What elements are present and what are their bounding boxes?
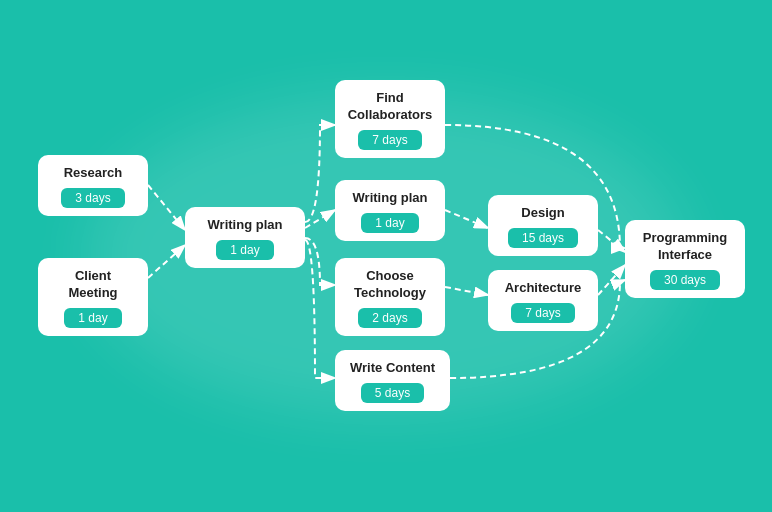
node-prog-int: Programming Interface 30 days [625,220,745,298]
node-writing2-badge: 1 day [361,213,418,233]
node-arch-title: Architecture [500,280,586,297]
node-choose-tech-title: Choose Technology [347,268,433,302]
node-find-collab: Find Collaborators 7 days [335,80,445,158]
node-research-badge: 3 days [61,188,124,208]
node-writing2: Writing plan 1 day [335,180,445,241]
node-write-cont-badge: 5 days [361,383,424,403]
node-design: Design 15 days [488,195,598,256]
node-find-collab-title: Find Collaborators [347,90,433,124]
node-choose-tech-badge: 2 days [358,308,421,328]
node-choose-tech: Choose Technology 2 days [335,258,445,336]
node-write-cont-title: Write Content [347,360,438,377]
node-client-title: Client Meeting [50,268,136,302]
node-design-title: Design [500,205,586,222]
node-prog-int-badge: 30 days [650,270,720,290]
node-writing1: Writing plan 1 day [185,207,305,268]
node-client-badge: 1 day [64,308,121,328]
diagram-container: Research 3 days Client Meeting 1 day Wri… [0,0,772,512]
node-arch-badge: 7 days [511,303,574,323]
node-client: Client Meeting 1 day [38,258,148,336]
node-writing1-badge: 1 day [216,240,273,260]
node-write-cont: Write Content 5 days [335,350,450,411]
node-writing2-title: Writing plan [347,190,433,207]
node-prog-int-title: Programming Interface [637,230,733,264]
node-writing1-title: Writing plan [197,217,293,234]
node-find-collab-badge: 7 days [358,130,421,150]
node-research-title: Research [50,165,136,182]
node-design-badge: 15 days [508,228,578,248]
node-arch: Architecture 7 days [488,270,598,331]
node-research: Research 3 days [38,155,148,216]
